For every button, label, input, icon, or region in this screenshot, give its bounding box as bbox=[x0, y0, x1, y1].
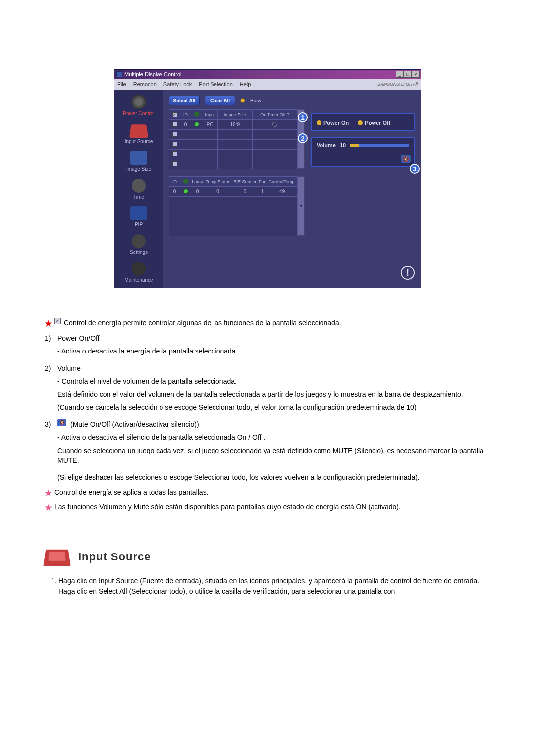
col-id: ID bbox=[180, 110, 191, 120]
header-checkbox[interactable] bbox=[172, 112, 177, 117]
sidebar-label: PIP bbox=[130, 222, 147, 227]
mute-icon[interactable]: 🔇 bbox=[401, 155, 411, 163]
col-on-timer: On Timer Off T bbox=[252, 110, 297, 120]
window-title: Multiple Display Control bbox=[124, 71, 182, 77]
col-lamp: Lamp bbox=[191, 177, 204, 187]
row-checkbox[interactable] bbox=[172, 122, 177, 127]
sidebar-label: Settings bbox=[130, 250, 148, 255]
col-brsenser: B/R Senser bbox=[232, 177, 258, 187]
sidebar-item-time[interactable]: Time bbox=[132, 179, 146, 200]
volume-slider[interactable] bbox=[350, 144, 409, 147]
intro-text: Control de energía permite controlar alg… bbox=[64, 318, 341, 328]
select-all-button[interactable]: Select All bbox=[169, 96, 200, 105]
menu-remocon[interactable]: Remocon bbox=[133, 81, 157, 87]
list-item: Haga clic en Input Source (Fuente de ent… bbox=[58, 576, 490, 597]
sidebar-item-maintenance[interactable]: Maintenance bbox=[124, 262, 153, 283]
table-row[interactable]: 0 PC 16:9 bbox=[169, 120, 298, 130]
cell-lamp: 0 bbox=[191, 187, 204, 197]
settings-icon bbox=[132, 234, 146, 248]
sidebar-label: Input Source bbox=[125, 139, 153, 144]
mdc-window: Multiple Display Control _ □ × File Remo… bbox=[114, 69, 421, 288]
sidebar-label: Maintenance bbox=[124, 277, 153, 283]
volume-label: Volume bbox=[317, 142, 336, 148]
section-heading: Input Source bbox=[45, 548, 490, 566]
power-icon bbox=[131, 95, 146, 109]
row-checkbox[interactable] bbox=[172, 151, 177, 156]
input-source-icon bbox=[129, 124, 149, 138]
menu-file[interactable]: File bbox=[117, 81, 126, 87]
callout-3: 3 bbox=[410, 164, 420, 174]
mute-icon: 🔇 bbox=[57, 419, 66, 426]
close-button[interactable]: × bbox=[412, 71, 420, 78]
power-panel: Power On Power Off bbox=[311, 113, 415, 131]
item3-line-b: Cuando se selecciona un juego cada vez, … bbox=[57, 446, 490, 466]
note-2: Las funciones Volumen y Mute sólo están … bbox=[54, 502, 401, 512]
volume-panel: Volume 10 🔇 bbox=[311, 137, 415, 167]
status-table: ID Lamp Temp.Status B/R Senser Fan Curre… bbox=[169, 176, 298, 236]
star-icon: ★ bbox=[45, 318, 52, 329]
menu-safetylock[interactable]: Safety Lock bbox=[163, 81, 192, 87]
step1b: Haga clic en Select All (Seleccionar tod… bbox=[58, 587, 395, 595]
maintenance-icon bbox=[132, 262, 146, 276]
power-off-button[interactable]: Power Off bbox=[358, 118, 390, 126]
sidebar-item-input-source[interactable]: Input Source bbox=[125, 123, 153, 144]
star-icon: ★ bbox=[45, 487, 52, 499]
power-on-button[interactable]: Power On bbox=[317, 118, 349, 126]
item3-line-a: - Activa o desactiva el silencio de la p… bbox=[57, 432, 490, 442]
col-status-icon bbox=[191, 110, 202, 120]
main-area: Select All Clear All Busy ID Input bbox=[163, 90, 421, 288]
busy-label: Busy bbox=[250, 98, 261, 103]
titlebar: Multiple Display Control _ □ × bbox=[114, 70, 421, 79]
note-1: Control de energía se aplica a todas las… bbox=[54, 487, 209, 497]
item-number: 3) bbox=[45, 419, 54, 429]
table-row[interactable]: 0 0 0 0 1 49 bbox=[169, 187, 298, 197]
item3-title: (Mute On/Off (Activar/desactivar silenci… bbox=[70, 419, 199, 429]
clear-all-button[interactable]: Clear All bbox=[205, 96, 235, 105]
callout-1: 1 bbox=[298, 112, 308, 122]
menubar: File Remocon Safety Lock Port Selection … bbox=[114, 79, 421, 90]
sidebar-item-image-size[interactable]: Image Size bbox=[126, 151, 151, 172]
row-checkbox[interactable] bbox=[172, 132, 177, 137]
scrollbar[interactable]: ▼ bbox=[298, 176, 305, 236]
item2-line-c: (Cuando se cancela la selección o se esc… bbox=[57, 403, 490, 412]
item1-title: Power On/Off bbox=[57, 333, 100, 343]
callout-2: 2 bbox=[298, 133, 308, 143]
col-input: Input bbox=[202, 110, 218, 120]
item2-line-b: Está definido con el valor del volumen d… bbox=[57, 389, 490, 399]
sidebar-label: Image Size bbox=[126, 166, 151, 172]
cell-tempstatus: 0 bbox=[204, 187, 232, 197]
step1a: Haga clic en Input Source (Fuente de ent… bbox=[58, 577, 479, 585]
status-led-icon bbox=[194, 122, 199, 127]
row-checkbox[interactable] bbox=[172, 142, 177, 147]
sidebar-item-pip[interactable]: PIP bbox=[130, 206, 147, 227]
cell-br: 0 bbox=[232, 187, 258, 197]
timer-led-icon bbox=[272, 122, 277, 127]
brand-text: SAMSUNG DIGITAll bbox=[377, 82, 418, 87]
item-number: 1) bbox=[45, 333, 54, 343]
item2-line-a: - Controla el nivel de volumen de la pan… bbox=[57, 376, 490, 386]
row-checkbox[interactable] bbox=[172, 161, 177, 166]
menu-portselection[interactable]: Port Selection bbox=[199, 81, 232, 87]
cell-fan: 1 bbox=[258, 187, 267, 197]
minimize-button[interactable]: _ bbox=[396, 71, 404, 78]
sidebar-item-power-control[interactable]: Power Control bbox=[123, 95, 154, 116]
section-title: Input Source bbox=[78, 551, 151, 563]
info-icon[interactable]: ! bbox=[401, 266, 415, 280]
radio-icon bbox=[317, 120, 321, 125]
instruction-list: Haga clic en Input Source (Fuente de ent… bbox=[58, 576, 490, 597]
col-image-size: Image Size bbox=[217, 110, 252, 120]
app-icon bbox=[116, 71, 122, 77]
star-icon: ★ bbox=[45, 502, 52, 513]
col-id: ID bbox=[169, 177, 180, 187]
display-table: ID Input Image Size On Timer Off T 0 PC bbox=[169, 109, 298, 169]
menu-help[interactable]: Help bbox=[240, 81, 251, 87]
sidebar-label: Time bbox=[132, 194, 146, 200]
item3-line-c: (Si elige deshacer las selecciones o esc… bbox=[57, 472, 490, 482]
maximize-button[interactable]: □ bbox=[404, 71, 412, 78]
sidebar-item-settings[interactable]: Settings bbox=[130, 234, 148, 255]
status-header-icon bbox=[183, 179, 188, 184]
busy-led-icon bbox=[240, 98, 245, 103]
cell-input: PC bbox=[202, 120, 218, 130]
status-header-icon bbox=[194, 112, 199, 117]
description-section: ★ Control de energía permite controlar a… bbox=[45, 318, 490, 513]
